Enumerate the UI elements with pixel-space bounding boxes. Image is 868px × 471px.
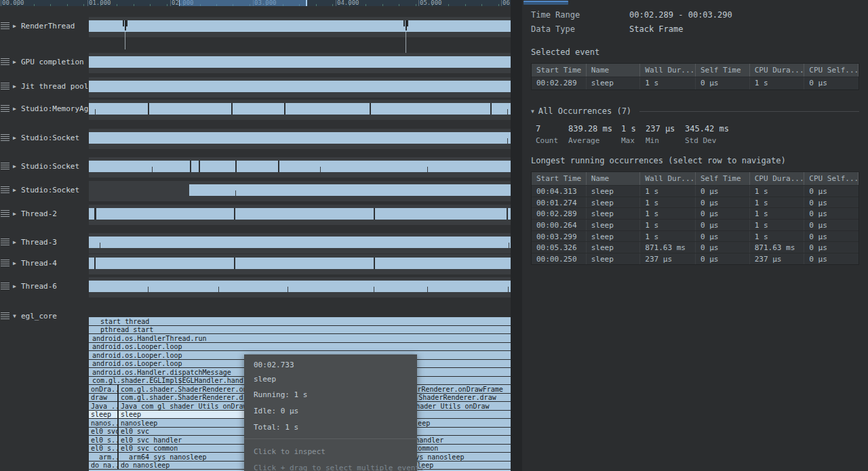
drag-handle-icon[interactable]	[1, 186, 9, 194]
expand-arrow-icon[interactable]: ▶	[13, 163, 20, 169]
event-boundary-tick	[235, 161, 237, 172]
thread-row-header-renderthread[interactable]: ▶RenderThread	[0, 20, 75, 31]
drag-handle-icon[interactable]	[1, 58, 9, 66]
tooltip-hint-drag: Click + drag to select multiple events	[254, 464, 425, 471]
column-header-cpu-dura-[interactable]: CPU Dura...	[750, 172, 805, 185]
column-header-start-time[interactable]: Start Time	[532, 64, 587, 77]
thread-name-label: Thread-2	[21, 209, 57, 218]
drag-handle-icon[interactable]	[1, 260, 9, 267]
table-cell: 0 µs	[696, 197, 750, 208]
stack-frame-segment[interactable]: android.os.HandlerThread.run	[89, 334, 511, 342]
column-header-start-time[interactable]: Start Time	[532, 172, 587, 185]
thread-activity-bar[interactable]	[89, 103, 511, 115]
drag-handle-icon[interactable]	[1, 239, 9, 246]
column-header-self-time[interactable]: Self Time	[696, 64, 750, 77]
table-row[interactable]: 00:00.264sleep1 s0 µs1 s0 µs	[532, 219, 859, 230]
stack-frame-segment[interactable]: __pthread_start	[89, 326, 511, 334]
drag-handle-icon[interactable]	[1, 83, 9, 90]
thread-row-header-thread-3[interactable]: ▶Thread-3	[0, 237, 57, 247]
table-row[interactable]: 00:03.299sleep1 s0 µs1 s0 µs	[532, 230, 859, 242]
event-boundary-tick	[152, 167, 153, 172]
thread-row-header-jit-thread-pool[interactable]: ▶Jit thread pool	[0, 81, 88, 91]
expand-arrow-icon[interactable]: ▶	[13, 106, 20, 112]
ruler-selection-band[interactable]	[179, 0, 307, 6]
stat-value: 345.42 ms	[685, 124, 729, 134]
stack-frame-segment[interactable]: android.os.Looper.loop	[89, 343, 511, 351]
table-row[interactable]: 00:04.313sleep1 s0 µs1 s0 µs	[532, 185, 859, 197]
thread-activity-bar[interactable]	[89, 258, 511, 269]
thread-activity-bar[interactable]	[89, 237, 511, 248]
pane-divider[interactable]	[511, 0, 522, 471]
expand-arrow-icon[interactable]: ▶	[13, 239, 20, 245]
stack-frame-segment-truncated[interactable]: __arm...	[89, 453, 117, 461]
expand-arrow-icon[interactable]: ▶	[13, 59, 20, 65]
collapse-arrow-icon[interactable]: ▼	[13, 313, 20, 319]
column-header-wall-dur-[interactable]: Wall Dur...	[640, 172, 696, 185]
thread-row-header-thread-6[interactable]: ▶Thread-6	[0, 281, 57, 291]
expand-arrow-icon[interactable]: ▶	[13, 83, 20, 89]
drag-handle-icon[interactable]	[1, 134, 9, 142]
column-header-name[interactable]: Name	[587, 172, 641, 185]
table-row[interactable]: 00:01.274sleep1 s0 µs1 s0 µs	[532, 197, 859, 208]
drag-handle-icon[interactable]	[1, 22, 9, 30]
column-header-wall-dur-[interactable]: Wall Dur...	[640, 64, 696, 77]
drag-handle-icon[interactable]	[1, 283, 9, 290]
expand-arrow-icon[interactable]: ▶	[13, 187, 20, 193]
table-row[interactable]: 00:05.326sleep871.63 ms0 µs871.63 ms0 µs	[532, 241, 859, 253]
stack-frame-label: nanosleep	[121, 419, 157, 427]
stack-frame-segment-truncated[interactable]: nanos...	[89, 419, 117, 427]
stack-frame-label: __start_thread	[92, 318, 149, 325]
thread-row-header-studio-socket[interactable]: ▶Studio:Socket	[0, 184, 79, 195]
thread-row-header-studio-socket[interactable]: ▶Studio:Socket	[0, 132, 79, 143]
stack-frame-segment-truncated[interactable]: do_na...	[89, 462, 117, 470]
expand-arrow-icon[interactable]: ▶	[13, 23, 20, 29]
drag-handle-icon[interactable]	[1, 210, 9, 218]
stack-frame-segment-truncated[interactable]: onDra...	[89, 385, 117, 393]
thread-row-header-studio-socket[interactable]: ▶Studio:Socket	[0, 161, 79, 171]
stack-frame-segment-truncated[interactable]: el0_svc	[89, 428, 117, 436]
thread-activity-bar[interactable]	[189, 184, 511, 196]
table-row[interactable]: 00:02.289sleep1 s0 µs1 s0 µs	[532, 77, 859, 89]
stack-frame-segment-truncated[interactable]: draw	[89, 394, 117, 402]
drag-handle-icon[interactable]	[1, 312, 9, 320]
column-header-cpu-dura-[interactable]: CPU Dura...	[750, 64, 805, 77]
scrollbar-thumb[interactable]	[524, 1, 568, 5]
stack-frame-segment-truncated[interactable]: sleep	[89, 411, 117, 419]
stack-frame-segment-truncated[interactable]: el0_s...	[89, 445, 117, 453]
time-ruler[interactable]: 00.00001.00002.00003.00004.00005.00006.0	[0, 0, 511, 6]
column-header-self-time[interactable]: Self Time	[696, 172, 750, 185]
thread-row-header-egl-core[interactable]: ▼egl_core	[0, 310, 57, 321]
thread-activity-bar[interactable]	[89, 20, 511, 32]
stack-frame-segment[interactable]: __start_thread	[89, 317, 511, 325]
thread-row-header-studio-memoryag[interactable]: ▶Studio:MemoryAg	[0, 103, 88, 114]
ruler-minor-tick	[117, 4, 117, 6]
stack-frame-segment-truncated[interactable]: Java_...	[89, 402, 117, 410]
drag-handle-icon[interactable]	[1, 105, 9, 112]
thread-row-header-thread-4[interactable]: ▶Thread-4	[0, 258, 57, 268]
thread-name-label: Thread-6	[21, 282, 57, 291]
stack-frame-segment-truncated[interactable]: el0_s...	[89, 436, 117, 444]
thread-activity-bar[interactable]	[89, 56, 511, 68]
event-boundary-tick	[231, 103, 233, 115]
all-occurrences-header[interactable]: ▼ All Occurrences (7)	[531, 106, 859, 116]
column-header-cpu-self-[interactable]: CPU Self...	[804, 64, 859, 77]
collapse-arrow-icon[interactable]: ▼	[531, 108, 534, 115]
thread-activity-bar[interactable]	[89, 81, 511, 92]
thread-row-header-thread-2[interactable]: ▶Thread-2	[0, 208, 57, 219]
drag-handle-icon[interactable]	[1, 163, 9, 170]
thread-row-header-gpu-completion[interactable]: ▶GPU completion	[0, 56, 84, 67]
expand-arrow-icon[interactable]: ▶	[13, 260, 20, 266]
column-header-name[interactable]: Name	[587, 64, 641, 77]
expand-arrow-icon[interactable]: ▶	[13, 283, 20, 289]
expand-arrow-icon[interactable]: ▶	[13, 211, 20, 217]
thread-activity-bar[interactable]	[89, 132, 511, 144]
thread-activity-bar[interactable]	[89, 208, 511, 220]
table-cell: 871.63 ms	[750, 242, 805, 253]
expand-arrow-icon[interactable]: ▶	[13, 135, 20, 141]
column-header-cpu-self-[interactable]: CPU Self...	[804, 172, 859, 185]
thread-name-label: Jit thread pool	[21, 82, 88, 91]
table-row[interactable]: 00:02.289sleep1 s0 µs1 s0 µs	[532, 207, 859, 219]
thread-activity-bar[interactable]	[89, 281, 511, 292]
stat-average: 839.28 msAverage	[568, 124, 612, 145]
table-row[interactable]: 00:00.250sleep237 µs0 µs237 µs0 µs	[532, 253, 859, 264]
